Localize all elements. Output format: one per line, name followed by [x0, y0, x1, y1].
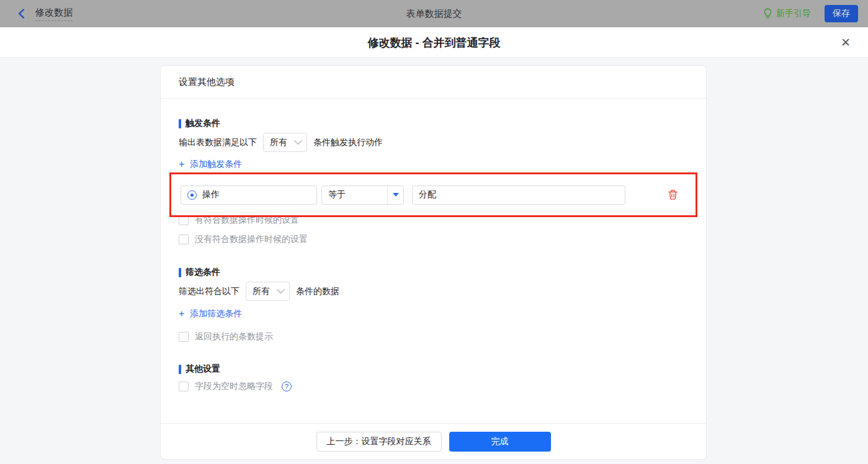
no-match-checkbox[interactable]: [179, 234, 189, 244]
ignore-empty-row: 字段为空时忽略字段 ?: [179, 381, 292, 392]
trigger-suffix-label: 条件触发执行动作: [313, 137, 383, 148]
caret-cell[interactable]: [387, 186, 403, 204]
lightbulb-icon: [763, 8, 772, 19]
filter-match-row: 筛选出符合以下 所有 条件的数据: [179, 282, 339, 301]
card-header-title: 设置其他选项: [179, 76, 235, 88]
topbar-title: 表单数据提交: [0, 8, 868, 20]
settings-card: 设置其他选项 触发条件 输出表数据满足以下 所有 条件触发执行动作 + 添加触发…: [160, 65, 707, 460]
topbar: 修改数据 表单数据提交 新手引导 保存: [0, 0, 868, 27]
plus-icon: +: [179, 309, 184, 319]
close-icon[interactable]: ✕: [837, 27, 854, 58]
ignore-empty-checkbox[interactable]: [179, 381, 189, 391]
beginner-guide-link[interactable]: 新手引导: [763, 8, 811, 19]
chevron-down-icon: [294, 136, 302, 145]
section-trigger-title: 触发条件: [179, 118, 220, 129]
radio-field-type-icon: [187, 190, 197, 200]
card-header: 设置其他选项: [161, 66, 706, 99]
help-icon[interactable]: ?: [282, 381, 292, 391]
condition-value-input[interactable]: 分配: [412, 185, 625, 205]
done-button[interactable]: 完成: [449, 432, 551, 452]
count-tip-row: 返回执行的条数提示: [179, 331, 273, 342]
plus-icon: +: [179, 159, 184, 169]
section-accent-bar: [179, 268, 181, 277]
dialog-header: 修改数据 - 合并到普通字段 ✕: [0, 27, 868, 58]
trigger-match-row: 输出表数据满足以下 所有 条件触发执行动作: [179, 133, 383, 152]
filter-prefix-label: 筛选出符合以下: [179, 286, 239, 297]
prev-step-button[interactable]: 上一步：设置字段对应关系: [316, 432, 442, 452]
guide-label: 新手引导: [776, 8, 811, 19]
trigger-match-select[interactable]: 所有: [263, 133, 307, 152]
section-accent-bar: [179, 119, 181, 128]
caret-down-icon: [393, 193, 399, 197]
section-other-title: 其他设置: [179, 364, 220, 375]
add-filter-condition-link[interactable]: + 添加筛选条件: [179, 308, 242, 319]
condition-operator-select[interactable]: 等于: [321, 185, 404, 205]
trigger-prefix-label: 输出表数据满足以下: [179, 137, 257, 148]
trigger-condition-row-highlight: 操作 等于 分配: [169, 172, 697, 217]
modal-body: 设置其他选项 触发条件 输出表数据满足以下 所有 条件触发执行动作 + 添加触发…: [0, 58, 868, 464]
chevron-down-icon: [277, 285, 285, 293]
add-trigger-condition-link[interactable]: + 添加触发条件: [179, 159, 242, 170]
section-filter-title: 筛选条件: [179, 267, 220, 278]
filter-suffix-label: 条件的数据: [296, 286, 339, 297]
condition-field-input[interactable]: 操作: [181, 185, 317, 205]
filter-match-select[interactable]: 所有: [246, 282, 290, 301]
no-match-setting-row: 没有符合数据操作时候的设置: [179, 234, 308, 245]
delete-condition-trash-icon[interactable]: [668, 189, 678, 200]
card-footer: 上一步：设置字段对应关系 完成: [161, 423, 706, 460]
dialog-title: 修改数据 - 合并到普通字段: [0, 27, 868, 58]
save-button[interactable]: 保存: [825, 5, 858, 22]
section-accent-bar: [179, 365, 181, 374]
count-tip-checkbox[interactable]: [179, 332, 189, 342]
